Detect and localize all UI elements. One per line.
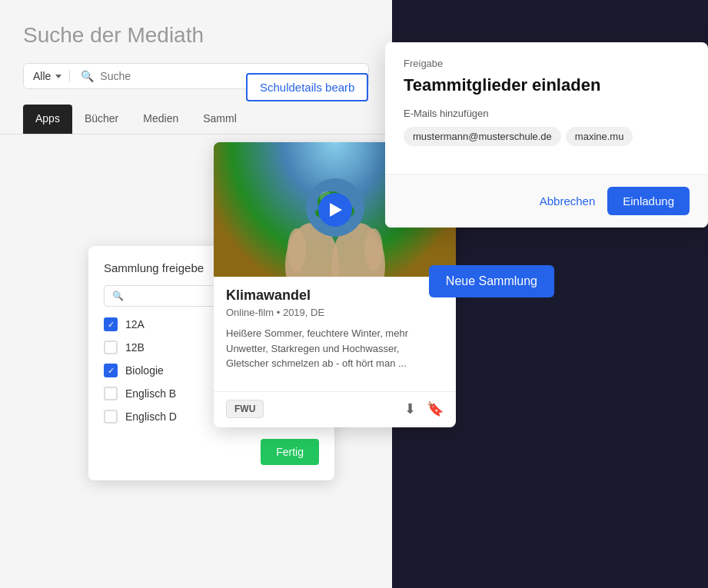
bookmark-icon[interactable]: 🔖	[427, 400, 444, 417]
neue-sammlung-button[interactable]: Neue Sammlung	[429, 265, 554, 297]
email-chip-0[interactable]: mustermann@musterschule.de	[404, 127, 561, 146]
modal-freigabe-label: Freigabe	[404, 58, 690, 69]
checkbox-biologie[interactable]	[104, 364, 118, 377]
dropdown-label: Alle	[33, 70, 51, 82]
einladen-modal: Freigabe Teammitglieder einladen E-Mails…	[385, 42, 708, 228]
tab-medien[interactable]: Medien	[131, 105, 191, 134]
email-chips-list: mustermann@musterschule.de maxine.mu	[404, 127, 690, 149]
tab-sammlung[interactable]: Samml	[191, 105, 249, 134]
einladung-button[interactable]: Einladung	[607, 187, 690, 215]
search-input[interactable]	[100, 70, 254, 82]
media-footer: FWU ⬇ 🔖	[214, 391, 456, 427]
modal-header: Freigabe Teammitglieder einladen E-Mails…	[385, 42, 708, 161]
svg-point-4	[364, 228, 383, 271]
checkbox-englisch-d[interactable]	[104, 410, 118, 424]
search-icon: 🔍	[76, 70, 94, 82]
media-actions: ⬇ 🔖	[404, 400, 444, 417]
svg-point-2	[288, 228, 306, 271]
email-chip-1[interactable]: maxine.mu	[566, 127, 633, 146]
media-title: Klimawandel	[226, 287, 444, 304]
modal-email-label: E-Mails hinzufügen	[404, 108, 690, 119]
play-icon	[330, 203, 342, 217]
tabs-bar: Apps Bücher Medien Samml	[0, 105, 392, 135]
checkbox-12a[interactable]	[104, 317, 118, 331]
fertig-button[interactable]: Fertig	[261, 439, 319, 465]
tab-buecher[interactable]: Bücher	[72, 105, 131, 134]
media-description: Heißere Sommer, feuchtere Winter, mehr U…	[226, 326, 444, 371]
tab-apps[interactable]: Apps	[23, 105, 72, 134]
sammlung-search-icon: 🔍	[112, 291, 124, 301]
chevron-down-icon	[55, 75, 61, 78]
dropdown-button[interactable]: Alle	[33, 70, 70, 82]
modal-title: Teammitglieder einladen	[404, 75, 690, 95]
download-icon[interactable]: ⬇	[404, 400, 416, 417]
checkbox-englisch-b[interactable]	[104, 387, 118, 400]
fwu-badge: FWU	[226, 400, 264, 418]
abbrechen-button[interactable]: Abbrechen	[540, 194, 596, 208]
page-title: Suche der Mediath	[23, 23, 369, 48]
media-content: Klimawandel Online-film • 2019, DE Heiße…	[214, 277, 456, 391]
schuldetails-button[interactable]: Schuldetails bearb	[246, 73, 368, 101]
media-meta: Online-film • 2019, DE	[226, 307, 444, 318]
checkbox-12b[interactable]	[104, 341, 118, 354]
play-button[interactable]	[318, 193, 352, 227]
modal-footer: Abbrechen Einladung	[385, 174, 708, 228]
